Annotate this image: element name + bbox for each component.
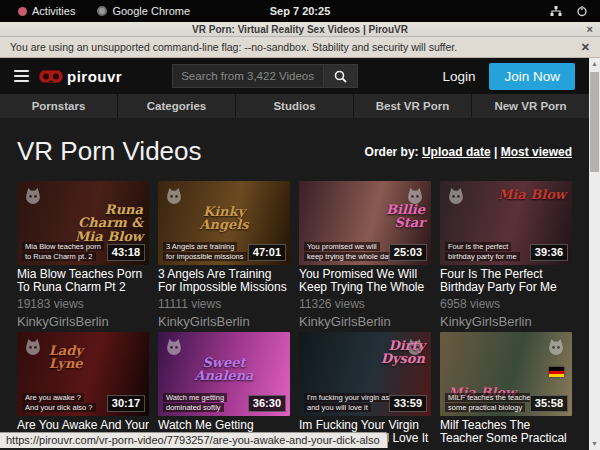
activities-button[interactable]: Activities (10, 0, 83, 22)
video-thumbnail[interactable]: Billie Star You promised we willkeep try… (299, 181, 431, 265)
window-close-icon[interactable]: × (587, 23, 593, 35)
video-duration: 39:36 (530, 244, 568, 261)
studio-mask-watermark-icon (164, 337, 184, 361)
browser-viewport: pirouvr Login Join Now Pornstars Categor… (0, 58, 600, 450)
thumb-caption-line: birthday party for me (445, 252, 520, 261)
page-scrollbar[interactable]: ▲ ▼ (589, 58, 600, 450)
thumb-overlay-title: Runa Charm & Mia Blow (71, 203, 143, 244)
order-separator: | (491, 145, 501, 159)
studio-mask-watermark-icon (405, 337, 425, 361)
nav-item[interactable]: Pornstars (0, 94, 118, 118)
thumb-captions: Mia Blow teaches pornto Runa Charm pt. 2 (22, 242, 104, 261)
status-url-popup: https://pirouvr.com/vr-porn-video/779325… (0, 432, 388, 448)
scrollbar-thumb[interactable] (590, 72, 599, 172)
order-by: Order by: Upload date | Most viewed (365, 145, 572, 159)
video-card: Kinky Angels 3 Angels are trainingfor im… (158, 181, 290, 328)
video-title[interactable]: 3 Angels Are Training For Impossible Mis… (158, 268, 290, 294)
order-link[interactable]: Upload date (422, 145, 491, 159)
site-logo[interactable]: pirouvr (39, 68, 122, 85)
thumb-overlay-title: Kinky Angels (191, 205, 257, 232)
nav-item-label: Best VR Porn (376, 100, 450, 112)
order-link[interactable]: Most viewed (501, 145, 572, 159)
vr-goggles-icon (39, 70, 63, 83)
video-thumbnail[interactable]: Runa Charm & Mia Blow Mia Blow teaches p… (17, 181, 149, 265)
site-logo-text: pirouvr (67, 68, 122, 85)
search-input[interactable] (172, 64, 324, 88)
clock[interactable]: Sep 7 20:25 (270, 5, 331, 17)
scrollbar-up-icon[interactable]: ▲ (591, 58, 598, 70)
video-studio[interactable]: KinkyGirlsBerlin (17, 315, 149, 328)
main-nav: Pornstars Categories Studios Best VR Por… (0, 94, 589, 118)
video-duration: 36:30 (248, 395, 286, 412)
thumb-captions: MILF teaches the teachersome practical b… (445, 393, 530, 412)
video-thumbnail[interactable]: Mia Blow MILF teaches the teachersome pr… (440, 332, 572, 416)
window-title-bar: VR Porn: Virtual Reality Sex Videos | Pi… (0, 22, 600, 37)
video-card: Runa Charm & Mia Blow Mia Blow teaches p… (17, 181, 149, 328)
site-header: pirouvr Login Join Now (0, 58, 589, 94)
search-bar (172, 64, 358, 88)
nav-item[interactable]: Studios (236, 94, 354, 118)
thumb-captions: 3 Angels are trainingfor impossible miss… (163, 242, 247, 261)
nav-item-label: Pornstars (32, 100, 86, 112)
studio-mask-watermark-icon (23, 186, 43, 210)
video-thumbnail[interactable]: Lady Lyne Are you awake ?And your dick a… (17, 332, 149, 416)
chrome-icon (97, 6, 107, 16)
thumb-caption-line: You promised we will (304, 242, 380, 251)
studio-mask-watermark-icon (23, 337, 43, 361)
nav-item[interactable]: Best VR Porn (354, 94, 472, 118)
video-duration: 35:58 (530, 395, 568, 412)
video-thumbnail[interactable]: Mia Blow Four is the perfectbirthday par… (440, 181, 572, 265)
warning-close-icon[interactable]: ✕ (581, 41, 590, 54)
thumb-caption-line: dominated softly (163, 403, 224, 412)
video-title[interactable]: You Promised We Will Keep Trying The Who… (299, 268, 431, 294)
video-thumbnail[interactable]: Kinky Angels 3 Angels are trainingfor im… (158, 181, 290, 265)
video-views: 19183 views (17, 298, 149, 310)
menu-hamburger-icon[interactable] (14, 70, 29, 82)
video-thumbnail[interactable]: Sweet Analena Watch me gettingdominated … (158, 332, 290, 416)
thumb-caption-line: MILF teaches the teacher (445, 393, 530, 402)
video-thumbnail[interactable]: Dirty Dyson I'm fucking your virgin assa… (299, 332, 431, 416)
order-links: Upload date | Most viewed (422, 145, 572, 159)
nav-item[interactable]: Categories (118, 94, 236, 118)
scrollbar-down-icon[interactable]: ▼ (591, 438, 598, 450)
warning-message: You are using an unsupported command-lin… (10, 41, 457, 53)
system-top-bar: Activities Google Chrome Sep 7 20:25 (0, 0, 600, 22)
video-duration: 47:01 (248, 244, 286, 261)
search-button[interactable] (324, 64, 358, 88)
video-title[interactable]: Mia Blow Teaches Porn To Runa Charm Pt 2 (17, 268, 149, 294)
power-icon[interactable] (576, 5, 588, 17)
window-title: VR Porn: Virtual Reality Sex Videos | Pi… (192, 24, 408, 35)
video-card: Mia Blow MILF teaches the teachersome pr… (440, 332, 572, 450)
video-views: 11326 views (299, 298, 431, 310)
nav-item[interactable]: New VR Porn (472, 94, 589, 118)
thumb-caption-line: Mia Blow teaches porn (22, 242, 104, 251)
thumb-captions: Four is the perfectbirthday party for me (445, 242, 520, 261)
nav-item-label: Studios (273, 100, 315, 112)
video-duration: 33:59 (389, 395, 427, 412)
video-title[interactable]: Milf Teaches The Teacher Some Practical … (440, 419, 572, 445)
search-icon (334, 70, 347, 83)
thumb-caption-line: And your dick also ? (22, 403, 96, 412)
german-flag-icon (549, 367, 564, 377)
video-title[interactable]: Four Is The Perfect Birthday Party For M… (440, 268, 572, 294)
video-duration: 43:18 (107, 244, 145, 261)
video-views: 6958 views (440, 298, 572, 310)
video-studio[interactable]: KinkyGirlsBerlin (158, 315, 290, 328)
video-studio[interactable]: KinkyGirlsBerlin (299, 315, 431, 328)
video-duration: 25:03 (389, 244, 427, 261)
login-link[interactable]: Login (442, 69, 475, 84)
thumb-caption-line: for impossible missions (163, 252, 247, 261)
thumb-caption-line: I'm fucking your virgin ass (304, 393, 389, 402)
app-menu-button[interactable]: Google Chrome (89, 0, 198, 22)
join-now-button[interactable]: Join Now (489, 63, 575, 90)
page-title: VR Porn Videos (17, 136, 202, 167)
thumb-captions: I'm fucking your virgin assand you will … (304, 393, 389, 412)
warning-infobar: You are using an unsupported command-lin… (0, 37, 600, 58)
order-by-label: Order by: (365, 145, 419, 159)
thumb-caption-line: keep trying the whole day (304, 252, 389, 261)
network-icon[interactable] (550, 5, 562, 17)
video-studio[interactable]: KinkyGirlsBerlin (440, 315, 572, 328)
page-content: VR Porn Videos Order by: Upload date | M… (0, 118, 589, 450)
thumb-captions: Are you awake ?And your dick also ? (22, 393, 96, 412)
thumb-caption-line: 3 Angels are training (163, 242, 237, 251)
